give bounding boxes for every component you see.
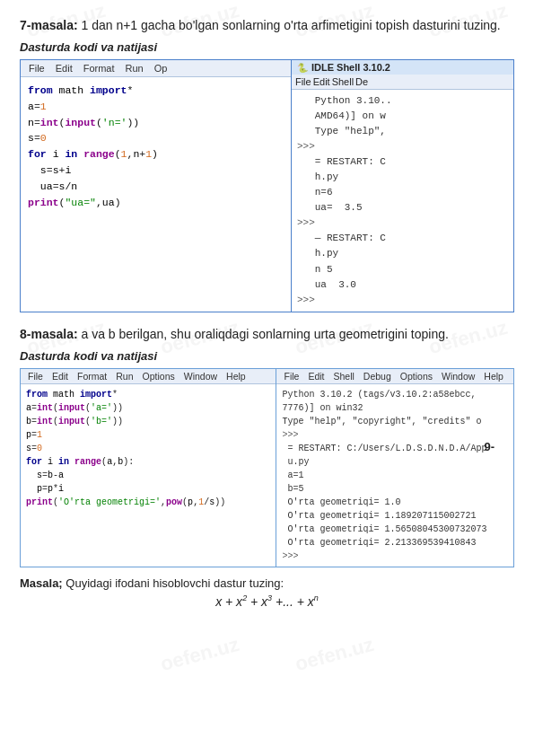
menu2-file[interactable]: File xyxy=(24,370,47,382)
editor2-menubar: File Edit Format Run Options Window Help xyxy=(21,369,276,384)
shell2-menubar: File Edit Shell Debug Options Window Hel… xyxy=(276,369,513,384)
shell-output: Python 3.10.. AMD64)] on w Type "help", … xyxy=(292,90,513,312)
menu2-run[interactable]: Run xyxy=(112,370,136,382)
shell2-menu-edit[interactable]: Edit xyxy=(304,370,328,382)
shell2-menu-file[interactable]: File xyxy=(280,370,302,382)
menu2-edit[interactable]: Edit xyxy=(48,370,72,382)
masala-label: Masala; xyxy=(20,576,63,590)
shell2-output: Python 3.10.2 (tags/v3.10.2:a58ebcc, 777… xyxy=(276,384,513,567)
shell-menu-edit[interactable]: Edit xyxy=(313,76,330,87)
shell2-menu-debug[interactable]: Debug xyxy=(360,370,395,382)
math-formula: x + x2 + x3 +... + xn xyxy=(20,593,514,609)
menu2-format[interactable]: Format xyxy=(74,370,110,382)
editor-code: from math import* a=1 n=int(input('n='))… xyxy=(21,77,291,216)
problem8-label: 8-masala: xyxy=(20,327,78,341)
problem7-code-heading: Dasturda kodi va natijasi xyxy=(20,40,514,54)
shell-menu-shell[interactable]: Shell xyxy=(332,76,354,87)
menu-format[interactable]: Format xyxy=(79,62,119,75)
shell2-menu-help[interactable]: Help xyxy=(480,370,507,382)
problem7-label: 7-masala: xyxy=(20,18,78,32)
shell-title: IDLE Shell 3.10.2 xyxy=(311,62,390,73)
shell-menubar: File Edit Shell De xyxy=(292,75,513,90)
shell2-menu-options[interactable]: Options xyxy=(397,370,436,382)
menu-op[interactable]: Op xyxy=(150,62,172,75)
shell2-menu-shell[interactable]: Shell xyxy=(329,370,357,382)
menu-file[interactable]: File xyxy=(24,62,49,75)
shell2-menu-window[interactable]: Window xyxy=(438,370,478,382)
problem8-shell: File Edit Shell Debug Options Window Hel… xyxy=(276,369,513,567)
editor-menubar: File Edit Format Run Op xyxy=(21,60,291,77)
problem8-desc: a va b berilgan, shu oraliqdagi sonlarni… xyxy=(78,327,449,341)
menu2-help[interactable]: Help xyxy=(223,370,249,382)
masala-desc: Quyidagi ifodani hisoblovchi dastur tuzi… xyxy=(63,576,284,590)
problem8-title: 8-masala: a va b berilgan, shu oraliqdag… xyxy=(20,325,514,344)
shell-menu-file[interactable]: File xyxy=(295,76,311,87)
menu-run[interactable]: Run xyxy=(121,62,148,75)
problem8-code-heading: Dasturda kodi va natijasi xyxy=(20,349,514,363)
shell-icon: 🐍 xyxy=(297,63,308,73)
problem7-editor: File Edit Format Run Op from math import… xyxy=(21,60,292,312)
editor2-code: from math import* a=int(input('a=')) b=i… xyxy=(21,384,276,513)
masala-footer: Masala; Quyidagi ifodani hisoblovchi das… xyxy=(20,576,514,590)
shell-titlebar: 🐍 IDLE Shell 3.10.2 xyxy=(292,60,513,75)
menu-edit[interactable]: Edit xyxy=(51,62,77,75)
problem9-badge: 9- xyxy=(484,440,495,453)
problem8-editor: File Edit Format Run Options Window Help… xyxy=(21,369,276,567)
menu2-window[interactable]: Window xyxy=(180,370,221,382)
problem7-desc: 1 dan n+1 gacha bo'lgan sonlarning o'rta… xyxy=(78,18,501,32)
shell-menu-de[interactable]: De xyxy=(355,76,368,87)
menu2-options[interactable]: Options xyxy=(139,370,179,382)
problem7-title: 7-masala: 1 dan n+1 gacha bo'lgan sonlar… xyxy=(20,16,514,35)
problem7-code-area: File Edit Format Run Op from math import… xyxy=(20,59,514,312)
problem8-code-area: File Edit Format Run Options Window Help… xyxy=(20,368,514,567)
problem7-shell: 🐍 IDLE Shell 3.10.2 File Edit Shell De P… xyxy=(292,60,513,312)
